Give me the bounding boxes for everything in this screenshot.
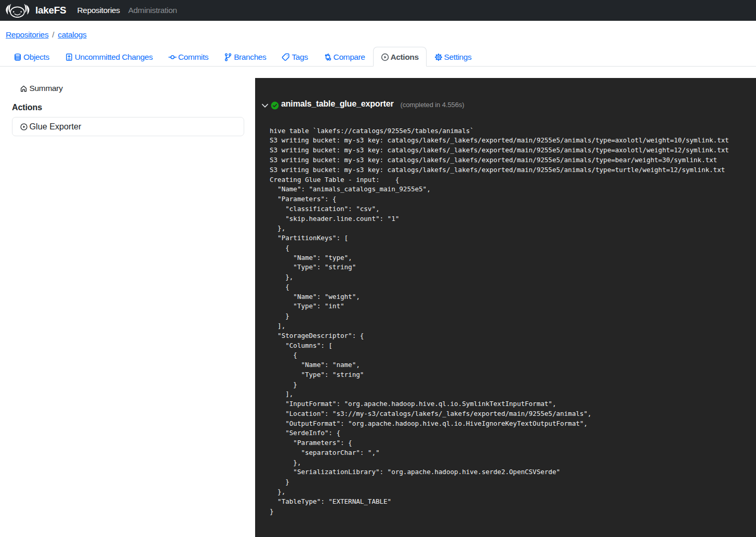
gear-icon — [434, 53, 443, 61]
run-elapsed: (completed in 4.556s) — [401, 101, 465, 109]
tab-label: Tags — [291, 52, 308, 62]
top-navbar: lakeFS Repositories Administration — [0, 0, 756, 21]
tab-label: Branches — [234, 52, 266, 62]
run-title[interactable]: animals_table_glue_exporter — [281, 99, 394, 109]
chevron-down-icon — [261, 101, 269, 110]
tab-label: Settings — [444, 52, 472, 62]
breadcrumb: Repositories / catalogs — [0, 21, 756, 40]
sidebar-item-label: Summary — [30, 83, 63, 94]
collapse-toggle[interactable] — [261, 101, 269, 110]
tab-commits[interactable]: Commits — [161, 47, 216, 67]
nav-item-administration[interactable]: Administration — [124, 6, 181, 15]
play-circle-icon — [20, 123, 28, 130]
tab-label: Objects — [23, 52, 49, 62]
tab-label: Commits — [178, 52, 208, 62]
tab-label: Actions — [391, 52, 419, 62]
tab-actions[interactable]: Actions — [373, 47, 427, 67]
lakefs-logo-icon — [5, 4, 30, 18]
brand-title: lakeFS — [35, 5, 66, 16]
run-log-output: hive table `lakefs://catalogs/9255e5/tab… — [270, 126, 756, 517]
tab-uncommitted-changes[interactable]: Uncommitted Changes — [57, 47, 161, 67]
play-circle-icon — [381, 53, 389, 61]
main-content: Summary Actions Glue Exporter animals_ta… — [0, 67, 756, 537]
actions-sidebar: Summary Actions Glue Exporter — [0, 78, 255, 537]
tag-icon — [282, 53, 290, 61]
breadcrumb-catalogs-link[interactable]: catalogs — [58, 29, 86, 40]
action-item-glue-exporter[interactable]: Glue Exporter — [12, 117, 245, 136]
sidebar-item-summary[interactable]: Summary — [12, 79, 71, 98]
actions-heading: Actions — [12, 102, 244, 113]
check-circle-icon — [271, 101, 279, 110]
git-branch-icon — [224, 53, 232, 61]
home-icon — [20, 85, 28, 93]
git-commit-icon — [168, 53, 177, 61]
database-icon — [14, 53, 22, 61]
action-item-label: Glue Exporter — [30, 122, 82, 132]
nav-item-repositories[interactable]: Repositories — [73, 6, 124, 15]
breadcrumb-separator: / — [48, 29, 58, 40]
tab-label: Compare — [334, 52, 365, 62]
tab-label: Uncommitted Changes — [75, 52, 153, 62]
git-compare-icon — [324, 53, 332, 61]
repository-tab-bar: Objects Uncommitted Changes Commits Bran… — [0, 47, 756, 67]
tab-objects[interactable]: Objects — [6, 47, 57, 67]
tab-branches[interactable]: Branches — [216, 47, 274, 67]
run-header: animals_table_glue_exporter (completed i… — [261, 101, 756, 110]
breadcrumb-repositories-link[interactable]: Repositories — [6, 29, 48, 40]
tab-settings[interactable]: Settings — [427, 47, 480, 67]
run-output-panel: animals_table_glue_exporter (completed i… — [255, 78, 756, 537]
file-diff-icon — [65, 53, 73, 61]
tab-compare[interactable]: Compare — [316, 47, 373, 67]
tab-tags[interactable]: Tags — [274, 47, 315, 67]
